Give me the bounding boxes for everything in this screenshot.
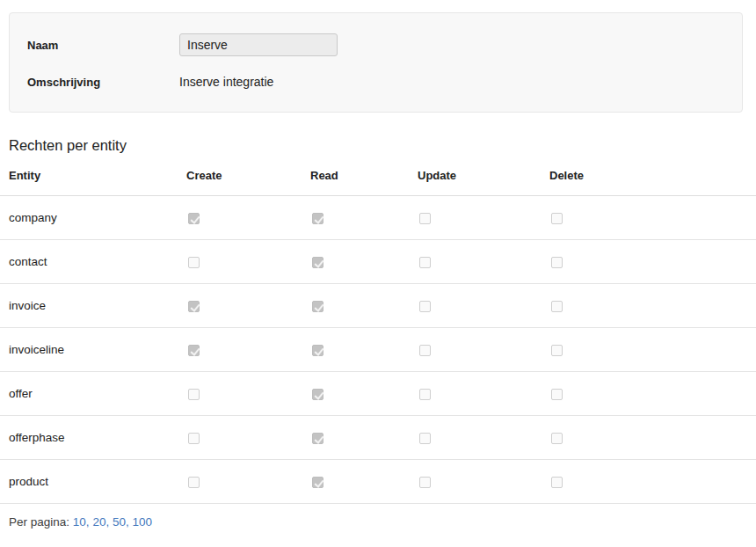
create-cell xyxy=(186,416,310,460)
update-cell xyxy=(418,284,549,328)
read-checkbox[interactable] xyxy=(312,345,323,356)
delete-cell xyxy=(549,460,756,504)
permissions-table-body: companycontactinvoiceinvoicelineofferoff… xyxy=(0,196,756,504)
update-cell xyxy=(418,328,549,372)
form-row-naam: Naam xyxy=(27,33,742,56)
pagination: Per pagina: 10, 20, 50, 100 xyxy=(9,515,152,529)
col-header-entity: Entity xyxy=(0,159,186,196)
table-row: offer xyxy=(0,372,756,416)
create-checkbox[interactable] xyxy=(188,213,200,224)
read-cell xyxy=(310,416,418,460)
per-page-option-10[interactable]: 10 xyxy=(73,515,86,529)
table-header-row: Entity Create Read Update Delete xyxy=(0,159,756,196)
table-row: contact xyxy=(0,240,756,284)
update-cell xyxy=(418,372,549,416)
pagination-links: 10, 20, 50, 100 xyxy=(73,515,152,529)
table-row: product xyxy=(0,460,756,504)
delete-checkbox[interactable] xyxy=(551,345,563,356)
table-row: offerphase xyxy=(0,416,756,460)
delete-cell xyxy=(549,196,756,240)
entity-name: product xyxy=(0,460,186,504)
create-checkbox[interactable] xyxy=(188,345,200,356)
page: Naam Omschrijving Inserve integratie Rec… xyxy=(0,0,756,547)
entity-name: invoice xyxy=(0,284,186,328)
create-checkbox[interactable] xyxy=(188,257,200,268)
delete-cell xyxy=(549,284,756,328)
read-cell xyxy=(310,372,418,416)
entity-name: offerphase xyxy=(0,416,186,460)
omschrijving-value: Inserve integratie xyxy=(179,75,273,89)
table-row: invoice xyxy=(0,284,756,328)
update-checkbox[interactable] xyxy=(419,477,431,488)
per-page-option-100[interactable]: 100 xyxy=(132,515,152,529)
delete-cell xyxy=(549,372,756,416)
read-cell xyxy=(310,284,418,328)
table-row: invoiceline xyxy=(0,328,756,372)
delete-checkbox[interactable] xyxy=(551,257,563,268)
col-header-read: Read xyxy=(310,159,418,196)
update-cell xyxy=(418,240,549,284)
delete-checkbox[interactable] xyxy=(551,389,563,400)
entity-name: company xyxy=(0,196,186,240)
col-header-delete: Delete xyxy=(549,159,756,196)
update-checkbox[interactable] xyxy=(419,301,431,312)
form-panel: Naam Omschrijving Inserve integratie xyxy=(9,12,743,113)
entity-name: invoiceline xyxy=(0,328,186,372)
create-checkbox[interactable] xyxy=(188,477,200,488)
read-checkbox[interactable] xyxy=(312,389,323,400)
read-cell xyxy=(310,460,418,504)
per-pagina-label: Per pagina: xyxy=(9,515,69,529)
create-cell xyxy=(186,460,310,504)
update-cell xyxy=(418,460,549,504)
col-header-create: Create xyxy=(186,159,310,196)
create-checkbox[interactable] xyxy=(188,389,200,400)
delete-checkbox[interactable] xyxy=(551,213,563,224)
create-cell xyxy=(186,328,310,372)
naam-label: Naam xyxy=(27,39,179,52)
update-cell xyxy=(418,196,549,240)
omschrijving-label: Omschrijving xyxy=(27,76,179,89)
delete-cell xyxy=(549,416,756,460)
delete-cell xyxy=(549,328,756,372)
read-checkbox[interactable] xyxy=(312,213,323,224)
col-header-update: Update xyxy=(418,159,549,196)
permissions-table: Entity Create Read Update Delete company… xyxy=(0,159,756,504)
create-cell xyxy=(186,240,310,284)
create-cell xyxy=(186,284,310,328)
read-cell xyxy=(310,328,418,372)
read-cell xyxy=(310,240,418,284)
create-cell xyxy=(186,372,310,416)
read-checkbox[interactable] xyxy=(312,257,323,268)
create-cell xyxy=(186,196,310,240)
read-checkbox[interactable] xyxy=(312,433,323,444)
delete-checkbox[interactable] xyxy=(551,433,563,444)
update-checkbox[interactable] xyxy=(419,257,431,268)
update-checkbox[interactable] xyxy=(419,213,431,224)
create-checkbox[interactable] xyxy=(188,433,200,444)
form-row-omschrijving: Omschrijving Inserve integratie xyxy=(27,75,742,89)
section-title: Rechten per entity xyxy=(9,137,127,154)
update-checkbox[interactable] xyxy=(419,345,431,356)
update-checkbox[interactable] xyxy=(419,389,431,400)
read-checkbox[interactable] xyxy=(312,477,323,488)
delete-checkbox[interactable] xyxy=(551,477,563,488)
create-checkbox[interactable] xyxy=(188,301,200,312)
per-page-option-50[interactable]: 50 xyxy=(113,515,126,529)
table-row: company xyxy=(0,196,756,240)
update-checkbox[interactable] xyxy=(419,433,431,444)
update-cell xyxy=(418,416,549,460)
naam-input[interactable] xyxy=(179,33,338,56)
delete-checkbox[interactable] xyxy=(551,301,563,312)
entity-name: contact xyxy=(0,240,186,284)
read-cell xyxy=(310,196,418,240)
delete-cell xyxy=(549,240,756,284)
read-checkbox[interactable] xyxy=(312,301,323,312)
per-page-option-20[interactable]: 20 xyxy=(92,515,105,529)
entity-name: offer xyxy=(0,372,186,416)
